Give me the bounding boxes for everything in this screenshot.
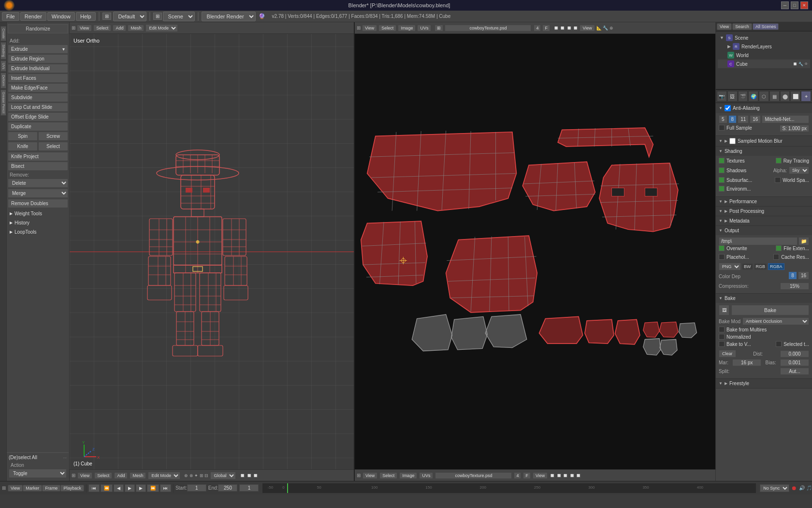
duplicate-button[interactable]: Duplicate [8,122,68,131]
uv-bottom-select[interactable]: Select [379,472,397,479]
prop-icon-scene[interactable]: 🎬 [738,91,748,102]
weight-tools-section[interactable]: Weight Tools [8,209,68,218]
timeline-ruler[interactable]: -50 0 50 100 150 200 250 300 350 400 [262,483,756,493]
maximize-button[interactable]: □ [791,1,798,9]
freestyle-header[interactable]: ▶ Freestyle [716,379,812,388]
3d-bottom-add[interactable]: Add [114,472,128,479]
spin-button[interactable]: Spin [8,132,38,141]
loop-tools-section[interactable]: LoopTools [8,228,68,236]
current-frame-input[interactable] [239,484,259,492]
output-header[interactable]: Output [716,226,812,235]
select-button[interactable]: Select [38,142,68,151]
output-path-input[interactable]: /tmp\ [719,237,798,245]
minimize-button[interactable]: ─ [781,1,789,9]
3d-mode-selector[interactable]: Edit Mode [145,24,178,32]
bake-multires-checkbox[interactable] [719,327,725,332]
mar-value[interactable]: 16 px [732,359,761,366]
file-ext-checkbox[interactable] [776,245,782,251]
bake-button[interactable]: Bake [731,305,809,315]
environ-checkbox[interactable] [719,186,725,192]
end-frame-input[interactable] [218,484,237,492]
sync-select[interactable]: No Sync [760,484,789,492]
rgb-btn[interactable]: RGB [754,263,768,270]
bake-to-checkbox[interactable] [719,341,725,347]
rgba-btn[interactable]: RGBA [768,263,784,270]
alpha-select[interactable]: Sky [789,166,809,174]
3d-add-btn[interactable]: Add [113,25,126,31]
extrude-button[interactable]: Extrude▾ [8,45,68,54]
scene-item-world[interactable]: W World [718,51,810,60]
clear-button[interactable]: Clear [719,350,736,358]
uv-bottom-image[interactable]: Image [399,472,417,479]
aa-num-11[interactable]: 11 [738,115,749,123]
timeline-view-btn[interactable]: View [8,485,23,492]
bake-mod-select[interactable]: Ambient Occlusion [742,317,809,325]
timeline-playback-btn[interactable]: Playback [60,485,84,492]
subdivide-button[interactable]: Subdivide [8,93,68,102]
split-value[interactable]: Aut... [780,368,809,375]
motion-blur-checkbox[interactable] [729,138,736,144]
color-dep-8[interactable]: 8 [788,271,797,280]
3d-bottom-view[interactable]: View [77,472,92,479]
screw-button[interactable]: Screw [38,132,68,141]
worldspa-checkbox[interactable] [775,177,781,183]
full-sample-checkbox[interactable] [719,125,725,131]
uv-view-btn[interactable]: View [362,25,377,31]
shading-header[interactable]: Shading [716,147,812,156]
3d-pivot-select[interactable]: Global [210,472,236,479]
uv-image-name[interactable]: cowboyTexture.psd [435,472,512,479]
overwrite-checkbox[interactable] [719,245,725,251]
uv-bottom-view[interactable]: View [362,472,377,479]
history-section[interactable]: History [8,219,68,227]
placeholder-checkbox[interactable] [719,254,725,260]
dist-value[interactable]: 0.000 [780,350,809,358]
menu-window[interactable]: Window [47,12,75,21]
jump-end-btn[interactable]: ⏭ [160,484,171,492]
strip-uvs[interactable]: UVs [0,60,6,72]
scene-item-renderlayers[interactable]: ▶ R RenderLayers [718,42,810,51]
menu-render[interactable]: Render [20,12,46,21]
prop-icon-texture[interactable]: ⬜ [790,91,800,102]
prop-icon-particles[interactable]: ✦ [801,91,811,102]
offset-edge-slide-button[interactable]: Offset Edge Slide [8,112,68,121]
output-folder-btn[interactable]: 📁 [798,237,809,245]
uv-select-btn[interactable]: Select [378,25,396,31]
viewport-3d[interactable]: ⊞ View Select Add Mesh Edit Mode User Or… [70,22,355,481]
3d-bottom-mesh[interactable]: Mesh [130,472,146,479]
outliner-all-scenes-tab[interactable]: All Scenes [753,23,779,30]
knife-button[interactable]: Knife [8,142,38,151]
anti-aliasing-header[interactable]: Anti-Aliasing [716,103,812,113]
strip-shading[interactable]: Shading [0,42,6,60]
timeline-frame-btn[interactable]: Frame [42,485,60,492]
merge-dropdown[interactable]: Merge [8,189,68,198]
aa-num-16[interactable]: 16 [750,115,761,123]
strip-create[interactable]: Create [0,26,6,41]
motion-blur-header[interactable]: ▶ Sampled Motion Blur [716,136,812,146]
aa-num-5[interactable]: 5 [719,115,727,123]
uv-view-btn2[interactable]: View [580,25,594,31]
uv-uvs-btn[interactable]: UVs [417,25,431,31]
3d-mode-select[interactable]: Edit Mode [148,472,180,479]
3d-select-btn[interactable]: Select [93,25,111,31]
action-select[interactable]: Toggle [9,469,67,478]
uv-bottom-uvs[interactable]: UVs [419,472,433,479]
prev-keyframe-btn[interactable]: ⏪ [101,484,113,492]
normalized-checkbox[interactable] [719,334,725,340]
make-edge-face-button[interactable]: Make Edge/Face [8,83,68,92]
bisect-button[interactable]: Bisect [8,162,68,171]
bake-header[interactable]: Bake [716,294,812,303]
extrude-individual-button[interactable]: Extrude Individual [8,64,68,73]
aa-num-8[interactable]: 8 [728,115,737,123]
layout-selector[interactable]: Default [113,12,146,21]
prop-icon-world[interactable]: 🌍 [748,91,758,102]
strip-tools[interactable]: Grease Pencil [0,90,6,116]
textures-checkbox[interactable] [719,158,725,164]
remove-doubles-button[interactable]: Remove Doubles [8,199,68,208]
prop-icon-material[interactable]: ⬤ [780,91,790,102]
uv-image-btn[interactable]: Image [398,25,416,31]
3d-bottom-select[interactable]: Select [94,472,112,479]
shadows-checkbox[interactable] [719,167,725,173]
menu-file[interactable]: File [2,12,19,21]
cache-res-checkbox[interactable] [773,254,779,260]
aa-filter[interactable]: Mitchell-Net... [762,115,809,123]
